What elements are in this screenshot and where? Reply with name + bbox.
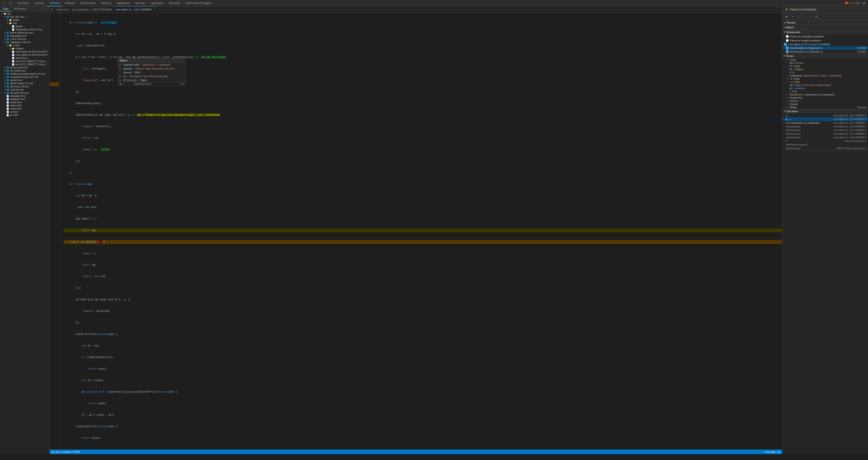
- step-btn[interactable]: →: [808, 14, 813, 19]
- tree-item-bqq[interactable]: ▸ 🌐 bqq.gtimg.com: [0, 34, 50, 37]
- scope-closure-1[interactable]: ▸ Closure: [782, 99, 868, 103]
- tab-recorder[interactable]: Recorder: [166, 0, 183, 6]
- tab-performance[interactable]: Performance: [78, 0, 99, 6]
- tree-item-tgdt[interactable]: ▸ 🌐 t.gdt.qq.com: [0, 88, 50, 91]
- threads-header[interactable]: ▸ Threads: [782, 20, 868, 25]
- expand-icon[interactable]: ▸: [788, 74, 790, 77]
- expand-icon[interactable]: ▸: [787, 96, 789, 99]
- callstack-item-anon-vm[interactable]: (anonymous) VM477 music-corona.min.js:1: [782, 146, 868, 150]
- tree-item-public[interactable]: ▸ 📁 public: [0, 18, 50, 22]
- pause-uncaught-checkbox[interactable]: [786, 35, 788, 38]
- expand-icon[interactable]: ▸: [787, 99, 789, 102]
- pause-caught-checkbox[interactable]: [786, 39, 788, 42]
- info-badge[interactable]: ℹ 25: [856, 2, 860, 4]
- expand-icon[interactable]: ▸: [787, 103, 789, 105]
- tree-item-dun163[interactable]: ▾ 🌐 dun.163.com: [0, 15, 50, 18]
- settings-icon[interactable]: ⚙: [861, 0, 867, 6]
- callstack-item-settimeout[interactable]: setTimeout (async): [782, 143, 868, 146]
- tree-item-hmbaidu[interactable]: ▸ 🌐 hm.baidu.com: [0, 69, 50, 72]
- tooltip-row[interactable]: ▸ captchaConfig : {apiVersion: 1, captch…: [118, 63, 185, 67]
- error-badge[interactable]: 🔴 6: [845, 2, 850, 4]
- scope-item-w1[interactable]: w1 : undefined: [782, 87, 868, 90]
- expand-icon[interactable]: ▸: [120, 67, 122, 70]
- tree-item-necaptcha[interactable]: ▸ 🌐 necaptcha.nosdn.127.net: [0, 75, 50, 79]
- tree-item-s6music[interactable]: ▸ 🌐 s6.music.126.net: [0, 85, 50, 88]
- scrollbar-track[interactable]: [122, 83, 181, 85]
- scope-header[interactable]: ▾ Scope: [782, 54, 868, 58]
- tree-item-delegate1[interactable]: 📄 delegate.html: [0, 94, 50, 97]
- tree-item-cstatic[interactable]: ▾ 🌐 cstaticdun.126.net: [0, 40, 50, 44]
- pause-uncaught-checkbox-row[interactable]: Pause on uncaught exceptions: [782, 34, 868, 38]
- tree-item-wpqiye[interactable]: ▸ 🌐 wp.qiye.163.com: [0, 91, 50, 94]
- tree-item-jigsaw[interactable]: 📄 jigsaw: [0, 25, 50, 28]
- bp-item-2[interactable]: (function(){var w=['passive','d... 1:176…: [782, 50, 868, 53]
- expand-icon[interactable]: ▸: [120, 63, 122, 66]
- scope-local-header[interactable]: ▾ Local: [782, 58, 868, 61]
- tooltip-scrollbar[interactable]: ◀ ▶: [118, 82, 185, 86]
- tree-item-index3[interactable]: 📄 index.html: [0, 107, 50, 110]
- deactivate-breakpoints-btn[interactable]: ⊘: [813, 14, 819, 19]
- tab-console[interactable]: Console: [31, 0, 47, 6]
- tree-item-pc1[interactable]: 📄 pc.html: [0, 110, 50, 113]
- editor-tab-load[interactable]: load.min.js: [55, 6, 71, 13]
- scope-closure-h[interactable]: ▸ Closure (H): [782, 96, 868, 99]
- scroll-right-btn[interactable]: ▶: [181, 83, 184, 85]
- bp-checkbox-2[interactable]: [786, 50, 788, 53]
- tree-item-hubble[interactable]: ▸ 🌐 hubble-js-bucket.nosdn.127.net: [0, 72, 50, 75]
- breakpoints-header[interactable]: ▾ Breakpoints: [782, 30, 868, 34]
- tree-item-delegate2[interactable]: 📄 delegate.html: [0, 97, 50, 101]
- tab-security[interactable]: Security: [132, 0, 148, 6]
- tree-item-trial[interactable]: ▾ 📁 trial: [0, 22, 50, 25]
- tooltip-row[interactable]: ▸ timeout : 6000: [118, 70, 185, 75]
- inspect-icon[interactable]: ⬚: [1, 0, 7, 6]
- expand-icon[interactable]: ▸: [788, 81, 790, 83]
- callstack-item-x[interactable]: ▶ x core-optimi.v2....js?v=2838683:1: [782, 117, 868, 121]
- scope-item-RL[interactable]: RL : f C(Q,z): [782, 68, 868, 71]
- tab-lighthouse[interactable]: Lighthouse: [148, 0, 166, 6]
- callstack-item-anon1[interactable]: (anonymous) core-optimi.v2....js?v=28386…: [782, 125, 868, 128]
- editor-tab-core[interactable]: core-optimi.v2....n.js?v=2838683 ✕: [114, 6, 157, 13]
- tree-item-core2[interactable]: 📄 core-optimi.v2.25.0.min.js?v=: [0, 53, 50, 56]
- tree-item-qiyukfnosdn[interactable]: ▸ 🌐 qiyukf.nosdn.127.net: [0, 82, 50, 85]
- device-icon[interactable]: ⊡: [7, 0, 13, 6]
- scope-global[interactable]: ▸ Global Window: [782, 106, 868, 109]
- tree-item-neguardian[interactable]: 📄 neguardian.umd.1.0.0.js: [0, 28, 50, 31]
- scope-item-arguments[interactable]: ▸ arguments : Arguments [0, callee: f, S…: [782, 74, 868, 77]
- tree-item-2250[interactable]: ▾ 📁 2.25.0: [0, 44, 50, 47]
- tree-item-admin[interactable]: ▸ 🌐 admin.qidian.qq.com: [0, 31, 50, 34]
- callstack-header[interactable]: ▾ Call Stack: [782, 109, 868, 114]
- callstack-item-anon2[interactable]: (anonymous) core-optimi.v2....js?v=28386…: [782, 128, 868, 132]
- step-out-btn[interactable]: ↑: [802, 14, 807, 19]
- expand-icon[interactable]: ▸: [788, 65, 790, 67]
- step-over-btn[interactable]: ↷: [790, 14, 796, 19]
- step-into-btn[interactable]: ↓: [796, 14, 801, 19]
- editor-tab-pt[interactable]: pt_experience_c...b8677592e4b98f: [71, 6, 114, 13]
- scope-item-U[interactable]: U : 0: [782, 71, 868, 74]
- scope-item-w0[interactable]: w0 : "https://c.dun.163.com/api/v3/get": [782, 84, 868, 87]
- bp-file-header[interactable]: core-optimi.v2.25.0.min.js?v=2838683: [782, 42, 868, 46]
- tree-item-index2[interactable]: 📄 index.html: [0, 104, 50, 107]
- sidebar-tab-page[interactable]: Page: [0, 6, 11, 11]
- warning-badge[interactable]: ⚠ 4: [851, 2, 855, 4]
- scope-item-x[interactable]: x : f x(): [782, 90, 868, 93]
- tab-perf-insights[interactable]: Performance insights: [183, 0, 214, 6]
- tree-item-cdun[interactable]: ▸ 🌐 c.dun.163.com: [0, 37, 50, 40]
- tab-network[interactable]: Network: [62, 0, 78, 6]
- tab-memory[interactable]: Memory: [99, 0, 114, 6]
- format-code-btn[interactable]: ⊞: [50, 7, 54, 12]
- expand-icon[interactable]: ▸: [120, 75, 122, 78]
- scope-item-D[interactable]: ▸ D : f (w2): [782, 64, 868, 68]
- tree-item-wm1[interactable]: 📄 wm.3.0.0_33d41777.min.js?v=z: [0, 59, 50, 63]
- tooltip-row[interactable]: ▸ [[Prototype]] : Object: [118, 78, 185, 82]
- scope-item-v[interactable]: ▸ v : f (w2): [782, 80, 868, 84]
- tooltip-row[interactable]: ▸ payload : {referer: 'https://www.dun.1…: [118, 67, 185, 70]
- tree-item-qiyukf[interactable]: ▸ 🌐 qiyukf.com: [0, 79, 50, 82]
- tab-sources[interactable]: Sources: [47, 0, 62, 6]
- tree-item-top[interactable]: ▾ 📁 top: [0, 12, 50, 15]
- tab-elements[interactable]: Elements: [15, 0, 31, 6]
- callstack-item-t[interactable]: t music-corona.min.js:1: [782, 139, 868, 143]
- tree-item-core1[interactable]: 📄 core-optimi.v2.25.0.min.js?v=: [0, 50, 50, 53]
- tree-item-load[interactable]: 📄 load.min.js: [0, 56, 50, 59]
- bp-checkbox-1[interactable]: [786, 47, 788, 49]
- bp-file-checkbox[interactable]: [784, 43, 787, 46]
